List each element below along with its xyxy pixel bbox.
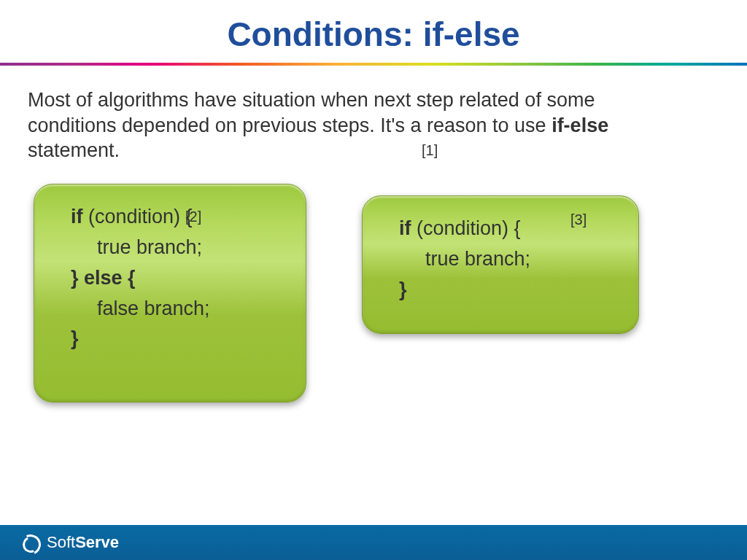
brand-mark-icon xyxy=(20,532,41,553)
code-text: { xyxy=(128,267,136,289)
keyword-else: else xyxy=(79,267,128,289)
code-panel-if-else: if (condition) { true branch; } else { f… xyxy=(34,184,306,402)
code-line: true branch; xyxy=(71,233,287,263)
code-text: (condition) { xyxy=(411,217,521,239)
keyword-if: if xyxy=(71,206,83,228)
code-text: } xyxy=(71,267,79,289)
brand-text-serve: Serve xyxy=(75,533,119,552)
intro-text-bold: if-else xyxy=(551,114,608,136)
code-line: false branch; xyxy=(71,294,287,324)
code-text: true branch; xyxy=(425,248,530,270)
code-line: } else { xyxy=(71,263,287,294)
code-text: false branch; xyxy=(97,298,210,319)
slide-title: Conditions: if-else xyxy=(0,0,747,63)
footer-bar: SoftServe xyxy=(0,525,747,560)
reference-3: [3] xyxy=(570,211,587,228)
code-line: } xyxy=(71,324,287,354)
slide: Conditions: if-else Most of algorithms h… xyxy=(0,0,747,560)
code-text: true branch; xyxy=(97,236,202,258)
intro-text-pre: Most of algorithms have situation when n… xyxy=(28,89,595,136)
code-line: } xyxy=(399,275,619,306)
brand-text-soft: Soft xyxy=(47,533,75,552)
intro-text-post: statement. xyxy=(28,139,120,161)
code-panel-if: if (condition) { true branch; } xyxy=(362,195,639,334)
code-text: (condition) { xyxy=(83,206,193,228)
brand-logo: SoftServe xyxy=(20,532,119,553)
code-line: if (condition) { xyxy=(71,202,287,233)
divider-rainbow xyxy=(0,63,747,66)
keyword-if: if xyxy=(399,217,411,239)
code-line: true branch; xyxy=(399,244,619,275)
reference-1: [1] xyxy=(422,142,438,159)
reference-2: [2] xyxy=(185,209,201,225)
intro-paragraph: Most of algorithms have situation when n… xyxy=(28,88,684,163)
